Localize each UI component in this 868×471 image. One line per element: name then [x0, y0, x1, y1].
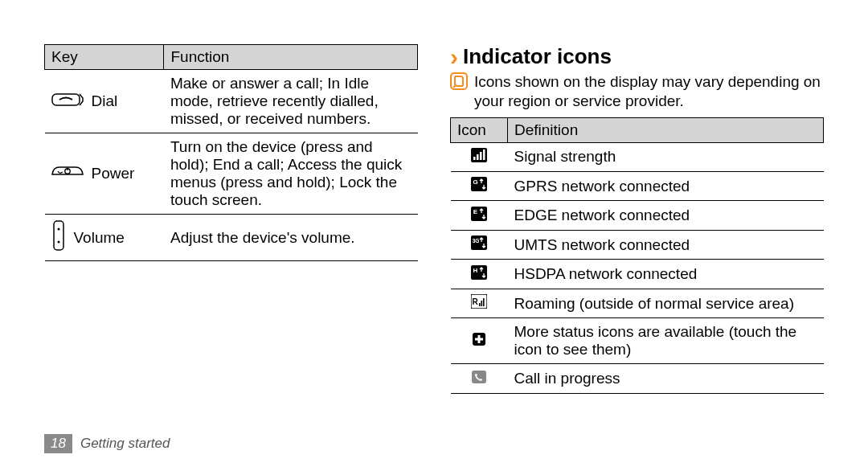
section-heading: › Indicator icons: [450, 44, 824, 69]
table-row: G GPRS network connected: [451, 171, 824, 200]
definition-text: Roaming (outside of normal service area): [508, 289, 824, 317]
svg-rect-0: [52, 94, 80, 105]
svg-point-4: [57, 228, 59, 231]
key-label: Power: [92, 165, 135, 182]
svg-rect-24: [481, 301, 483, 306]
table-row: Call in progress: [451, 364, 824, 393]
key-function-table: Key Function Dial Make or answer a call;…: [44, 44, 418, 261]
heading-title: Indicator icons: [463, 44, 612, 69]
volume-key-icon: [51, 219, 66, 256]
icon-definition-table: Icon Definition Signal strength G GPRS n…: [450, 117, 824, 394]
function-text: Make or answer a call; In Idle mode, ret…: [164, 70, 418, 133]
more-status-icon: [471, 332, 487, 350]
call-progress-icon: [471, 370, 487, 388]
definition-text: Call in progress: [508, 364, 824, 393]
note-icon: [450, 72, 468, 90]
svg-rect-9: [473, 157, 476, 160]
roaming-icon: R: [471, 294, 487, 313]
svg-rect-12: [483, 149, 485, 160]
umts-icon: 3G: [471, 236, 487, 254]
definition-text: GPRS network connected: [508, 171, 824, 200]
table-row: 3G UMTS network connected: [451, 230, 824, 259]
key-label: Volume: [74, 229, 125, 247]
table-row: More status icons are available (touch t…: [451, 318, 824, 364]
icon-header: Icon: [451, 117, 508, 142]
note: Icons shown on the display may vary depe…: [450, 72, 824, 111]
page-number: 18: [44, 434, 72, 453]
svg-text:R: R: [472, 297, 478, 306]
svg-rect-23: [479, 303, 481, 306]
function-header: Function: [164, 45, 418, 70]
caret-icon: ›: [450, 45, 458, 69]
table-row: Volume Adjust the device's volume.: [45, 215, 418, 261]
dial-key-icon: [51, 91, 84, 113]
key-header: Key: [45, 45, 164, 70]
section-name: Getting started: [80, 436, 170, 452]
svg-text:G: G: [473, 178, 477, 186]
svg-rect-25: [483, 298, 485, 306]
svg-rect-11: [480, 152, 482, 160]
table-row: H HSDPA network connected: [451, 260, 824, 289]
definition-text: EDGE network connected: [508, 201, 824, 230]
svg-rect-3: [54, 221, 63, 250]
svg-point-5: [57, 241, 59, 244]
signal-icon: [471, 148, 487, 166]
edge-icon: E: [471, 207, 487, 225]
function-text: Adjust the device's volume.: [164, 215, 418, 261]
svg-text:3G: 3G: [473, 238, 480, 244]
table-row: Dial Make or answer a call; In Idle mode…: [45, 70, 418, 133]
definition-text: Signal strength: [508, 142, 824, 171]
table-row: R Roaming (outside of normal service are…: [451, 289, 824, 317]
svg-text:H: H: [473, 267, 478, 274]
definition-text: More status icons are available (touch t…: [508, 318, 824, 364]
definition-text: UMTS network connected: [508, 230, 824, 259]
svg-text:E: E: [473, 208, 478, 215]
note-text: Icons shown on the display may vary depe…: [474, 72, 824, 111]
hsdpa-icon: H: [471, 265, 487, 284]
gprs-icon: G: [471, 177, 487, 195]
power-key-icon: [51, 163, 84, 185]
definition-header: Definition: [508, 117, 824, 142]
svg-rect-28: [475, 338, 483, 341]
key-label: Dial: [92, 92, 118, 110]
function-text: Turn on the device (press and hold); End…: [164, 133, 418, 215]
table-row: E EDGE network connected: [451, 201, 824, 230]
page-footer: 18 Getting started: [44, 434, 170, 453]
svg-rect-10: [477, 154, 479, 160]
table-row: Signal strength: [451, 142, 824, 171]
definition-text: HSDPA network connected: [508, 260, 824, 289]
svg-rect-29: [472, 371, 486, 383]
table-row: Power Turn on the device (press and hold…: [45, 133, 418, 215]
